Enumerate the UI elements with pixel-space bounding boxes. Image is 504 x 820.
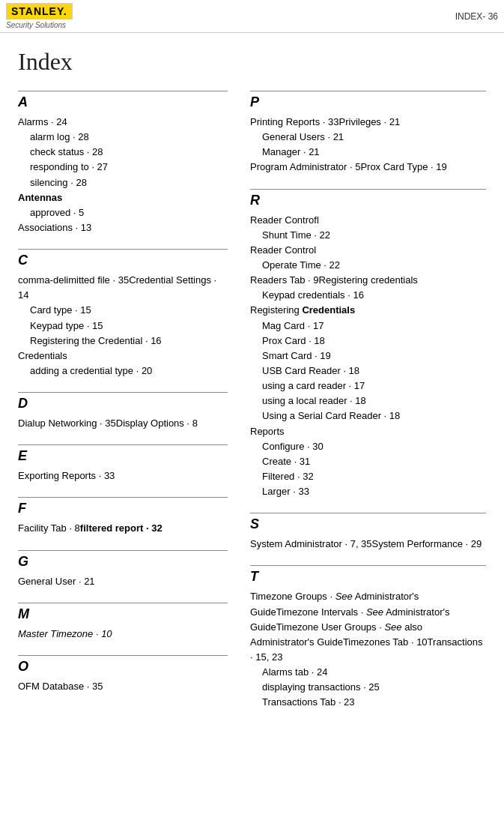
index-entry: Printing Reports · 33 [250,116,339,127]
index-entry: silencing · 28 [18,175,228,190]
logo-area: STANLEY. Security Solutions [6,3,73,29]
section-letter: C [18,253,228,268]
section-letter: R [250,193,486,208]
index-entry: Transactions Tab · 23 [250,695,486,710]
index-section-e: EExporting Reports · 33 [18,444,228,483]
index-entry: Exporting Reports · 33 [18,470,115,481]
left-column: AAlarms · 24alarm log · 28check status ·… [18,91,243,724]
index-entry: Registering Credentials [250,304,355,316]
index-entry: approved · 5 [18,205,228,220]
stanley-logo: STANLEY. [6,3,73,19]
index-section-g: GGeneral User · 21 [18,550,228,589]
index-entry: Manager · 21 [250,145,486,160]
index-entry: Using a Serial Card Reader · 18 [250,409,486,423]
index-entry: Display Options · 8 [116,417,198,429]
index-section-d: DDialup Networking · 35Display Options ·… [18,392,228,431]
index-section-o: OOFM Database · 35 [18,655,228,694]
main-content: Index AAlarms · 24alarm log · 28check st… [0,33,504,739]
index-entry: alarm log · 28 [18,130,228,145]
section-divider [250,513,486,513]
index-entry: Antennas [18,192,62,203]
index-entry: Configure · 30 [250,439,486,454]
index-entry: Alarms tab · 24 [250,665,486,680]
index-section-s: SSystem Administrator · 7, 35System Perf… [250,513,486,552]
section-letter: G [18,554,228,570]
section-letter: E [18,448,228,464]
right-column: PPrinting Reports · 33Privileges · 21Gen… [243,91,486,724]
index-entry: Alarms · 24 [18,116,67,127]
section-divider [18,550,228,551]
index-entry: Registering credentials [319,274,418,286]
section-divider [250,565,486,566]
index-section-m: MMaster Timezone · 10 [18,603,228,642]
index-entry: System Performance · 29 [372,538,482,549]
index-entry: Operate Time · 22 [250,258,486,273]
section-divider [18,655,228,656]
index-columns: AAlarms · 24alarm log · 28check status ·… [18,91,486,724]
index-entry: Readers Tab · 9 [250,274,319,286]
index-entry: Registering the Credential · 16 [18,334,228,349]
section-letter: O [18,659,228,675]
index-section-a: AAlarms · 24alarm log · 28check status ·… [18,91,228,235]
section-divider [18,444,228,445]
section-letter: F [18,501,228,516]
index-entry: OFM Database · 35 [18,681,103,692]
index-entry: filtered report · 32 [80,522,163,534]
index-entry: responding to · 27 [18,160,228,175]
index-entry: Master Timezone · 10 [18,628,112,639]
index-entry: Reader Controfl [250,214,319,226]
index-entry: Mag Card · 17 [250,319,486,334]
section-letter: S [250,516,486,532]
section-letter: P [250,94,486,110]
page-number: INDEX- 36 [455,11,498,22]
index-entry: Privileges · 21 [339,116,401,127]
section-divider [18,392,228,393]
index-entry: Keypad credentials · 16 [250,288,486,303]
page-header: STANLEY. Security Solutions INDEX- 36 [0,0,504,33]
index-entry: Dialup Networking · 35 [18,417,116,429]
index-entry: Smart Card · 19 [250,349,486,364]
index-entry: USB Card Reader · 18 [250,364,486,379]
index-entry: System Administrator · 7, 35 [250,538,372,549]
index-entry: Keypad type · 15 [18,319,228,334]
index-entry: Create · 31 [250,454,486,469]
section-divider [18,249,228,250]
section-letter: T [250,569,486,585]
section-letter: A [18,94,228,110]
index-entry: Facility Tab · 8 [18,522,80,534]
index-section-r: RReader ControflShunt Time · 22Reader Co… [250,189,486,500]
index-entry: Timezones Tab · 10 [343,636,428,648]
section-divider [18,91,228,91]
index-entry: displaying transactions · 25 [250,680,486,695]
section-divider [18,603,228,603]
index-entry: Reader Control [250,244,316,256]
section-divider [250,189,486,190]
index-entry: using a card reader · 17 [250,379,486,394]
index-section-t: TTimezone Groups · See Administrator's G… [250,565,486,710]
section-divider [18,497,228,498]
page-title: Index [18,48,486,76]
section-divider [250,91,486,91]
security-subtitle: Security Solutions [6,21,66,29]
index-entry: Associations · 13 [18,222,91,233]
index-section-p: PPrinting Reports · 33Privileges · 21Gen… [250,91,486,175]
section-letter: D [18,396,228,411]
index-entry: comma-delimitted file · 35 [18,274,129,286]
index-entry: Shunt Time · 22 [250,228,486,243]
index-entry: General User · 21 [18,576,95,587]
index-entry: Program Administrator · 5 [250,161,360,172]
index-entry: General Users · 21 [250,130,486,145]
section-letter: M [18,606,228,622]
index-entry: using a local reader · 18 [250,394,486,409]
index-section-c: Ccomma-delimitted file · 35Credential Se… [18,249,228,379]
index-section-f: FFacility Tab · 8filtered report · 32 [18,497,228,536]
index-entry: Card type · 15 [18,303,228,318]
index-entry: Reports [250,426,285,437]
index-entry: Larger · 33 [250,484,486,499]
index-entry: Prox Card · 18 [250,334,486,349]
index-entry: Credentials [18,350,67,361]
index-entry: Prox Card Type · 19 [360,161,446,172]
index-entry: Filtered · 32 [250,469,486,484]
index-entry: adding a credential type · 20 [18,364,228,379]
index-entry: check status · 28 [18,145,228,160]
